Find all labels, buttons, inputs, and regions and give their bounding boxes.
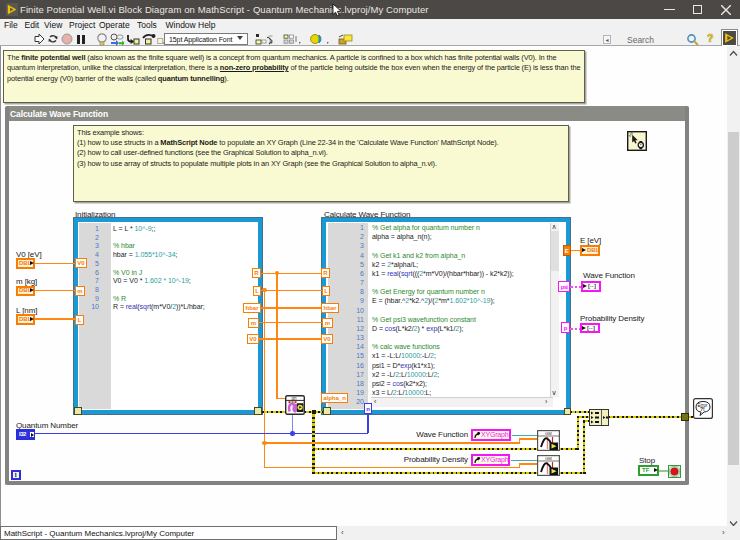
svg-text:GM: GM — [545, 456, 552, 461]
svg-text:?!: ?! — [700, 406, 705, 412]
svg-text:GM: GM — [545, 431, 552, 436]
svg-text:αn: αn — [292, 396, 298, 401]
